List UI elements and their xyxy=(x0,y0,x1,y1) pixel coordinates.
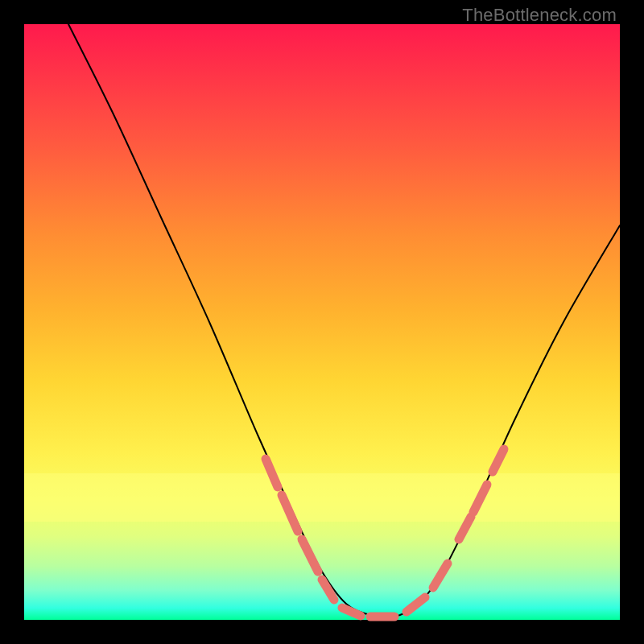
highlight-dash xyxy=(473,485,487,512)
curve-layer xyxy=(24,24,620,620)
highlight-dash-group xyxy=(266,449,504,617)
highlight-dash xyxy=(459,517,471,539)
highlight-dash xyxy=(322,580,334,600)
highlight-dash xyxy=(342,608,361,616)
highlight-dash xyxy=(282,495,298,531)
highlight-dash xyxy=(493,449,504,472)
bottleneck-curve xyxy=(68,24,620,617)
highlight-dash xyxy=(407,597,425,612)
highlight-dash xyxy=(266,459,278,487)
highlight-dash xyxy=(302,539,318,572)
highlight-dash xyxy=(433,564,448,588)
watermark-text: TheBottleneck.com xyxy=(462,5,617,26)
